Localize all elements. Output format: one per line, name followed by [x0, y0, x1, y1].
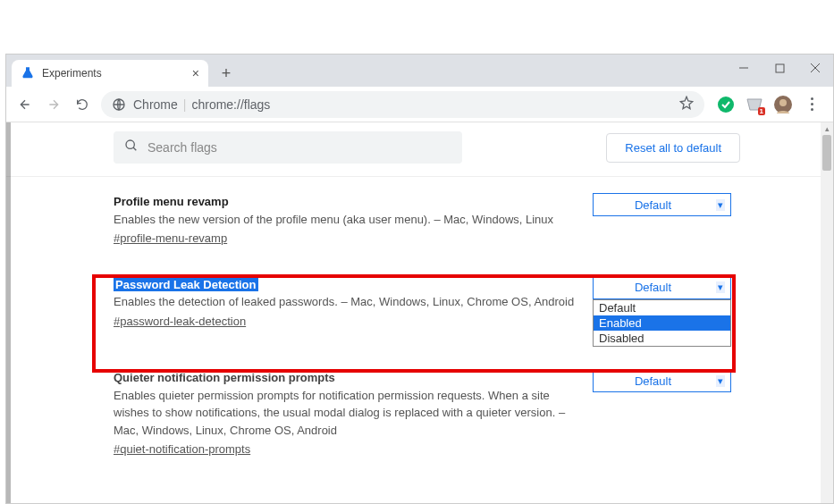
tab-title: Experiments — [42, 67, 102, 80]
flag-description: Enables the detection of leaked password… — [114, 295, 574, 308]
back-button[interactable] — [12, 91, 38, 118]
flags-page: Reset all to default Profile menu revamp… — [6, 122, 821, 458]
flag-item: Profile menu revamp Enables the new vers… — [114, 193, 731, 248]
close-tab-icon[interactable]: × — [192, 66, 199, 80]
titlebar: Experiments × + — [6, 55, 833, 87]
flag-select-value: Default — [635, 281, 671, 294]
flask-icon — [21, 66, 35, 80]
svg-point-5 — [718, 97, 734, 113]
flag-description: Enables the new version of the profile m… — [114, 213, 553, 226]
dropdown-menu: Default Enabled Disabled — [593, 299, 731, 347]
extension-icons: 1 — [710, 96, 828, 113]
flag-select[interactable]: Default — [593, 193, 731, 216]
flag-select[interactable]: Default — [593, 369, 731, 392]
search-container — [114, 131, 462, 164]
close-window-button[interactable] — [797, 55, 833, 81]
flag-select-wrap: Default — [593, 193, 731, 248]
badge-icon: 1 — [758, 107, 765, 115]
svg-line-9 — [133, 147, 136, 150]
flags-topbar: Reset all to default — [6, 122, 821, 177]
scrollbar[interactable]: ▴ — [821, 122, 833, 503]
extension-icon-1[interactable] — [717, 96, 735, 113]
minimize-button[interactable] — [726, 55, 762, 81]
flag-hash-link[interactable]: #quiet-notification-prompts — [114, 441, 250, 458]
reset-all-button[interactable]: Reset all to default — [606, 133, 740, 163]
globe-icon — [112, 97, 126, 112]
flags-list: Profile menu revamp Enables the new vers… — [6, 177, 821, 458]
flag-hash-link[interactable]: #profile-menu-revamp — [114, 230, 227, 248]
search-icon — [124, 139, 139, 156]
extension-icon-2[interactable]: 1 — [746, 96, 763, 113]
svg-point-8 — [126, 140, 134, 148]
reload-button[interactable] — [69, 91, 96, 118]
address-separator: | — [183, 97, 187, 112]
flag-select[interactable]: Default — [593, 276, 731, 299]
left-edge-shadow — [6, 122, 11, 503]
address-path: chrome://flags — [191, 97, 270, 112]
chrome-browser: Experiments × + Chrome — [5, 54, 834, 504]
forward-button[interactable] — [40, 91, 67, 118]
menu-dots-icon[interactable] — [803, 97, 821, 111]
bookmark-star-icon[interactable] — [679, 96, 694, 113]
flag-title: Password Leak Detection — [114, 278, 258, 291]
flag-text: Quieter notification permission prompts … — [114, 369, 575, 458]
flag-select-value: Default — [635, 374, 671, 388]
flag-text: Profile menu revamp Enables the new vers… — [114, 193, 575, 248]
flag-hash-link[interactable]: #password-leak-detection — [114, 313, 246, 331]
flag-select-wrap: Default Default Enabled Disabled — [593, 276, 731, 331]
flag-item: Quieter notification permission prompts … — [114, 369, 731, 458]
scrollbar-thumb[interactable] — [822, 135, 831, 171]
browser-tab[interactable]: Experiments × — [12, 60, 208, 87]
flag-title: Quieter notification permission prompts — [114, 371, 335, 384]
viewport: ▴ Reset all to default — [6, 122, 833, 503]
flag-select-value: Default — [635, 198, 671, 212]
address-prefix: Chrome — [133, 97, 178, 112]
flag-description: Enables quieter permission prompts for n… — [114, 389, 565, 437]
maximize-button[interactable] — [762, 55, 797, 81]
flag-select-wrap: Default — [593, 369, 731, 458]
scrollbar-up-arrow[interactable]: ▴ — [821, 122, 833, 135]
dropdown-option[interactable]: Default — [594, 300, 730, 315]
toolbar: Chrome | chrome://flags 1 — [6, 87, 833, 122]
profile-avatar[interactable] — [774, 96, 792, 113]
browser-window: Experiments × + Chrome — [0, 0, 834, 504]
flag-title: Profile menu revamp — [114, 195, 229, 208]
svg-point-7 — [779, 99, 787, 106]
flag-text: Password Leak Detection Enables the dete… — [114, 276, 575, 331]
address-bar[interactable]: Chrome | chrome://flags — [101, 91, 704, 118]
new-tab-button[interactable]: + — [214, 61, 239, 86]
dropdown-option[interactable]: Enabled — [594, 315, 730, 331]
search-input[interactable] — [147, 140, 451, 155]
svg-rect-1 — [776, 64, 784, 72]
dropdown-option[interactable]: Disabled — [594, 331, 730, 346]
window-controls — [726, 55, 833, 81]
flag-item: Password Leak Detection Enables the dete… — [114, 276, 731, 331]
